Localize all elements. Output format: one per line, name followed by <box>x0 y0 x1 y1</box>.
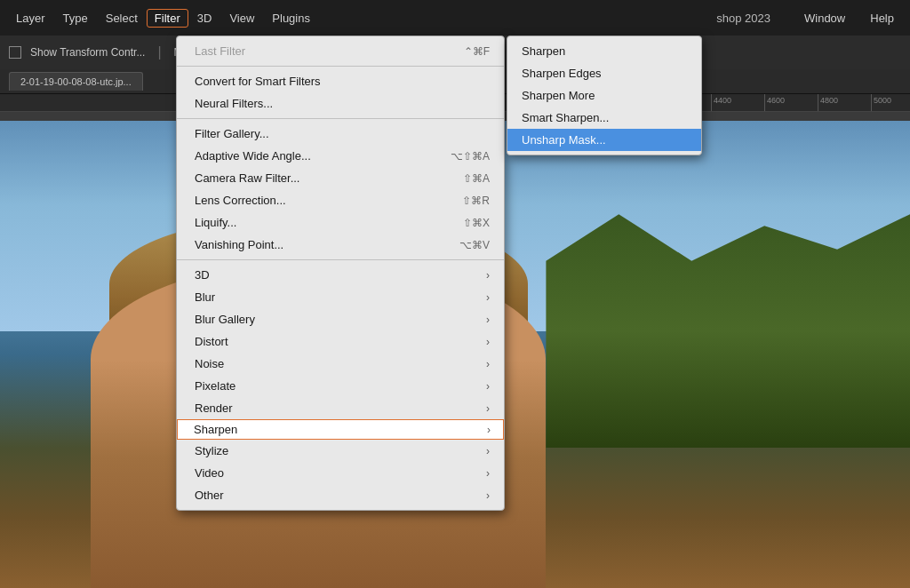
menu-lens-correction[interactable]: Lens Correction... ⇧⌘R <box>177 189 504 211</box>
menu-select[interactable]: Select <box>97 8 147 28</box>
transform-controls-label: Show Transform Contr... <box>30 46 145 59</box>
menu-plugins[interactable]: Plugins <box>263 8 319 28</box>
menubar: Layer Type Select Filter 3D View Plugins… <box>0 0 910 36</box>
filter-separator-1 <box>177 66 504 67</box>
menu-blur[interactable]: Blur › <box>177 286 504 308</box>
sharpen-submenu[interactable]: Sharpen Sharpen Edges Sharpen More Smart… <box>507 36 702 155</box>
menu-filter[interactable]: Filter <box>147 9 188 28</box>
transform-controls-checkbox[interactable] <box>9 46 21 59</box>
submenu-sharpen[interactable]: Sharpen <box>507 40 701 62</box>
menu-distort[interactable]: Distort › <box>177 330 504 353</box>
menu-layer[interactable]: Layer <box>7 8 54 28</box>
menu-view[interactable]: View <box>220 8 263 28</box>
menu-help[interactable]: Help <box>861 8 903 28</box>
submenu-unsharp-mask[interactable]: Unsharp Mask... <box>507 129 701 151</box>
submenu-smart-sharpen[interactable]: Smart Sharpen... <box>507 107 701 129</box>
menu-sharpen[interactable]: Sharpen › <box>177 419 504 440</box>
ruler-tick-4800: 4800 <box>818 94 871 111</box>
menu-vanishing-point[interactable]: Vanishing Point... ⌥⌘V <box>177 234 504 256</box>
menu-pixelate[interactable]: Pixelate › <box>177 375 504 397</box>
menu-other[interactable]: Other › <box>177 484 504 506</box>
menu-3d[interactable]: 3D <box>188 8 221 28</box>
menu-window[interactable]: Window <box>795 8 854 28</box>
submenu-sharpen-more[interactable]: Sharpen More <box>507 84 701 107</box>
menu-noise[interactable]: Noise › <box>177 353 504 375</box>
menu-3d[interactable]: 3D › <box>177 264 504 286</box>
menu-video[interactable]: Video › <box>177 462 504 484</box>
filter-separator-2 <box>177 118 504 119</box>
ruler-tick-5000: 5000 <box>871 94 910 111</box>
menu-type[interactable]: Type <box>54 8 97 28</box>
menu-camera-raw[interactable]: Camera Raw Filter... ⇧⌘A <box>177 167 504 189</box>
menu-convert-smart[interactable]: Convert for Smart Filters <box>177 70 504 92</box>
file-tab[interactable]: 2-01-19-00-08-08-utc.jp... <box>9 72 143 91</box>
menu-filter-gallery[interactable]: Filter Gallery... <box>177 123 504 145</box>
menu-adaptive-wide[interactable]: Adaptive Wide Angle... ⌥⇧⌘A <box>177 145 504 167</box>
ruler-tick-4400: 4400 <box>711 94 764 111</box>
ruler-tick-4600: 4600 <box>764 94 818 111</box>
menubar-right: shop 2023 Window Help <box>716 8 903 28</box>
photo-trees <box>546 214 910 448</box>
menu-render[interactable]: Render › <box>177 397 504 419</box>
menu-liquify[interactable]: Liquify... ⇧⌘X <box>177 211 504 234</box>
toolbar-separator: | <box>157 44 161 60</box>
filter-separator-3 <box>177 259 504 260</box>
filter-menu[interactable]: Last Filter ⌃⌘F Convert for Smart Filter… <box>176 36 505 511</box>
menu-blur-gallery[interactable]: Blur Gallery › <box>177 308 504 330</box>
submenu-sharpen-edges[interactable]: Sharpen Edges <box>507 62 701 84</box>
menu-last-filter[interactable]: Last Filter ⌃⌘F <box>177 40 504 62</box>
menu-neural[interactable]: Neural Filters... <box>177 92 504 115</box>
menu-stylize[interactable]: Stylize › <box>177 440 504 462</box>
app-title: shop 2023 <box>716 12 770 25</box>
